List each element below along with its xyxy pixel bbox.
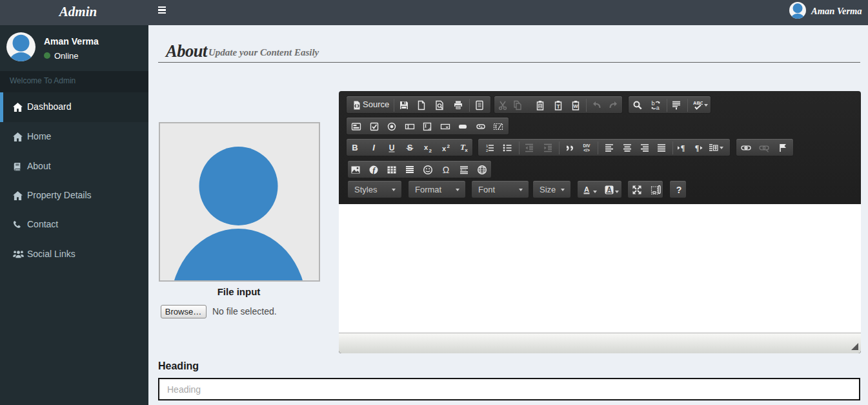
svg-text:¶: ¶ [695, 143, 699, 152]
svg-text:Ω: Ω [443, 165, 449, 175]
svg-text:A: A [607, 186, 611, 193]
svg-text:a: a [656, 104, 660, 110]
svg-text:</>: </> [583, 148, 590, 152]
svg-text:x: x [442, 145, 447, 152]
svg-text:2: 2 [447, 143, 450, 149]
svg-text:1: 1 [486, 143, 489, 147]
svg-text:I: I [372, 143, 375, 152]
svg-text:?: ? [676, 185, 681, 195]
svg-text:T: T [556, 103, 560, 109]
svg-text:b: b [652, 100, 655, 107]
svg-text:¶: ¶ [681, 143, 685, 152]
svg-text:ABC: ABC [693, 100, 703, 106]
svg-text:A: A [584, 185, 589, 193]
svg-text:U: U [389, 143, 395, 152]
svg-text:2: 2 [486, 149, 489, 152]
svg-text:DIV: DIV [583, 143, 591, 148]
svg-text:x: x [465, 147, 468, 153]
svg-text:S: S [407, 143, 413, 152]
svg-text:W: W [573, 103, 578, 109]
svg-text:B: B [352, 143, 358, 152]
svg-text:2: 2 [429, 147, 432, 153]
svg-text:x: x [424, 143, 429, 151]
